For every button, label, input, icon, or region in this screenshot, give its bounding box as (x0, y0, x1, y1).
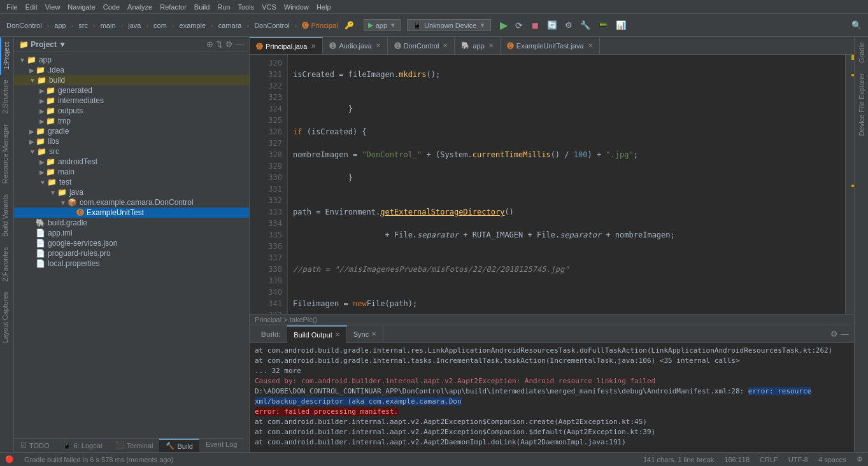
build-line-5: D:\ADOBE\DON_CONTROL_CONTINUAR_APP\DonCo… (255, 386, 849, 407)
breadcrumb-app[interactable]: app (52, 20, 68, 31)
search-everywhere-button[interactable]: 🔍 (849, 19, 864, 31)
breadcrumb-java[interactable]: java (125, 20, 143, 31)
code-content[interactable]: isCreated = fileImagen.mkdirs(); } if (i… (288, 55, 845, 314)
tab-close-exampleunittest[interactable]: ✕ (588, 42, 593, 49)
tab-gradle[interactable]: Gradle (857, 37, 867, 68)
tree-item-outputs[interactable]: ▶ 📁 outputs (14, 106, 249, 116)
bottom-close-btn[interactable]: — (841, 329, 849, 339)
dock-tab-terminal[interactable]: ⬛ Terminal (109, 439, 160, 452)
menu-file[interactable]: File (3, 2, 22, 12)
breadcrumb-camara[interactable]: camara (216, 20, 245, 31)
menu-view[interactable]: View (41, 2, 64, 12)
run-button[interactable]: ▶ (497, 18, 510, 32)
status-settings-icon[interactable]: ⚙ (857, 455, 863, 463)
tab-layout-captures[interactable]: Layout Captures (0, 286, 13, 348)
tree-item-gradle[interactable]: ▶ 📁 gradle (14, 126, 249, 136)
tree-item-exampleunittest[interactable]: ▶ 🅒 ExampleUnitTest (14, 208, 249, 218)
tab-audio-java[interactable]: 🅒 Audio.java ✕ (323, 37, 387, 55)
logcat-icon: 📱 (62, 441, 71, 449)
tab-principal-java[interactable]: 🅒 Principal.java ✕ (250, 37, 323, 55)
tab-close-app[interactable]: ✕ (488, 42, 494, 49)
tree-item-idea[interactable]: ▶ 📁 .idea (14, 65, 249, 75)
tree-item-buildgradle[interactable]: ▶ 🐘 build.gradle (14, 218, 249, 228)
arrow-icon: ▼ (19, 57, 25, 64)
tree-item-main[interactable]: ▶ 📁 main (14, 167, 249, 177)
menu-refactor[interactable]: Refactor (156, 2, 190, 12)
tab-build-variants[interactable]: Build Variants (0, 189, 13, 242)
sdk-button[interactable]: 🔧 (578, 19, 593, 31)
tree-item-tmp[interactable]: ▶ 📁 tmp (14, 116, 249, 126)
toolbar: DonControl › app › src › main › java › c… (0, 14, 868, 37)
tree-item-libs[interactable]: ▶ 📁 libs (14, 136, 249, 146)
code-line-327: path = Environment.getExternalStorageDir… (293, 206, 840, 218)
arrow-icon: ▶ (29, 138, 34, 145)
settings-button[interactable]: ⚙ (562, 19, 575, 31)
tree-item-build[interactable]: ▼ 📁 build (14, 75, 249, 85)
tree-item-androidtest[interactable]: ▶ 📁 androidTest (14, 157, 249, 167)
tree-item-package[interactable]: ▼ 📦 com.example.camara.DonControl (14, 197, 249, 208)
menu-vcs[interactable]: VCS (258, 2, 280, 12)
tab-device-file-explorer[interactable]: Device File Explorer (857, 68, 867, 141)
menu-build[interactable]: Build (190, 2, 213, 12)
menu-run[interactable]: Run (213, 2, 234, 12)
bottom-settings-btn[interactable]: ⚙ (830, 329, 838, 339)
tab-close-build-output[interactable]: ✕ (335, 331, 340, 338)
dock-tab-logcat[interactable]: 📱 6: Logcat (56, 439, 109, 452)
tree-label-outputs: outputs (58, 106, 83, 115)
tab-close-audio[interactable]: ✕ (376, 42, 381, 49)
project-tool-new[interactable]: ⊕ (206, 39, 213, 49)
menu-tools[interactable]: Tools (234, 2, 258, 12)
menu-navigate[interactable]: Navigate (64, 2, 99, 12)
breadcrumb-example[interactable]: example (177, 20, 209, 31)
tree-item-googleservices[interactable]: ▶ 📄 google-services.json (14, 238, 249, 248)
dock-tab-eventlog[interactable]: Event Log (199, 439, 244, 452)
tab-doncontrol[interactable]: 🅒 DonControl ✕ (388, 37, 455, 55)
tab-project[interactable]: 1:Project (0, 37, 13, 74)
device-selector[interactable]: 📱 Unknown Device ▼ (407, 19, 491, 31)
bottom-dock-tabs: ☑ TODO 📱 6: Logcat ⬛ Terminal 🔨 Build Ev… (14, 438, 243, 452)
scrollbar-area[interactable] (845, 55, 854, 314)
breadcrumb-doncontrol[interactable]: DonControl (4, 20, 45, 31)
tab-app[interactable]: 🐘 app ✕ (455, 37, 500, 55)
menu-analyze[interactable]: Analyze (124, 2, 156, 12)
tree-item-test[interactable]: ▼ 📁 test (14, 177, 249, 187)
tab-close-principal[interactable]: ✕ (311, 43, 316, 50)
tab-close-doncontrol[interactable]: ✕ (443, 42, 448, 49)
breadcrumb-com[interactable]: com (151, 20, 169, 31)
tree-item-src[interactable]: ▼ 📁 src (14, 146, 249, 157)
tree-item-java[interactable]: ▼ 📁 java (14, 187, 249, 197)
sync-button[interactable]: 🔄 (544, 19, 560, 31)
tab-structure[interactable]: 2:Structure (0, 74, 13, 119)
project-tool-settings[interactable]: ⚙ (225, 39, 233, 49)
tree-item-appiml[interactable]: ▶ 📄 app.iml (14, 228, 249, 238)
menu-window[interactable]: Window (280, 2, 313, 12)
project-tool-close[interactable]: — (236, 39, 244, 49)
run-config-selector[interactable]: ▶ app ▼ (364, 19, 401, 31)
breadcrumb-principal[interactable]: 🅒 Principal (299, 20, 340, 31)
menu-edit[interactable]: Edit (22, 2, 41, 12)
avd-button[interactable]: 📟 (595, 19, 611, 31)
tree-item-app[interactable]: ▼ 📁 app (14, 55, 249, 65)
tab-exampleunittest[interactable]: 🅒 ExampleUnitTest.java ✕ (501, 37, 600, 55)
tree-item-intermediates[interactable]: ▶ 📁 intermediates (14, 95, 249, 106)
stop-button[interactable]: ⏹ (528, 19, 542, 32)
breadcrumb-doncontrol2[interactable]: DonControl (252, 20, 292, 31)
tree-item-generated[interactable]: ▶ 📁 generated (14, 85, 249, 95)
tab-resource-manager[interactable]: Resource Manager (0, 119, 13, 189)
breadcrumb-src[interactable]: src (76, 20, 90, 31)
rerun-button[interactable]: ⟳ (513, 19, 525, 32)
dock-tab-build[interactable]: 🔨 Build (159, 439, 199, 452)
tab-sync[interactable]: Sync ✕ (347, 325, 383, 343)
tab-favorites[interactable]: 2:Favorites (0, 242, 13, 286)
menu-help[interactable]: Help (313, 2, 335, 12)
dock-tab-todo[interactable]: ☑ TODO (14, 439, 56, 452)
tree-item-localprops[interactable]: ▶ 📄 local.properties (14, 258, 249, 269)
project-tool-sync[interactable]: ⇅ (216, 39, 223, 49)
tree-item-proguard[interactable]: ▶ 📄 proguard-rules.pro (14, 248, 249, 258)
menu-code[interactable]: Code (99, 2, 124, 12)
breadcrumb-main[interactable]: main (98, 20, 118, 31)
tab-close-sync[interactable]: ✕ (371, 330, 376, 337)
profiler-button[interactable]: 📊 (613, 19, 629, 31)
code-line-322: } (293, 103, 840, 115)
tab-build-output[interactable]: Build Output ✕ (287, 325, 347, 343)
